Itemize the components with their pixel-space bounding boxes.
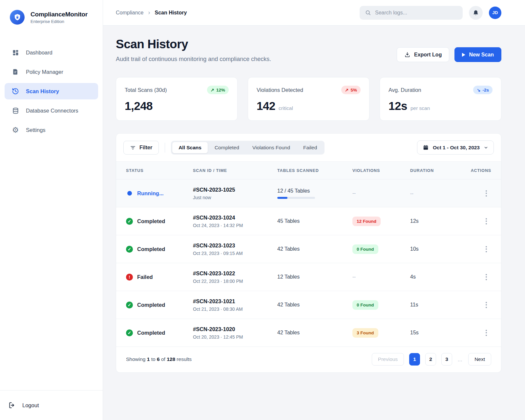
stats-row: Total Scans (30d) 12% 1,248 Violations bbox=[116, 77, 501, 121]
row-actions-kebab-button[interactable] bbox=[481, 327, 491, 338]
pagination-page-button[interactable]: 1 bbox=[409, 353, 420, 366]
tables-scanned-text: 42 Tables bbox=[277, 246, 352, 252]
row-actions-kebab-button[interactable] bbox=[481, 243, 491, 255]
scan-time: Oct 21, 2023 · 08:30 AM bbox=[193, 306, 277, 312]
export-log-button[interactable]: Export Log bbox=[397, 47, 449, 62]
filter-button[interactable]: Filter bbox=[123, 141, 159, 155]
filter-tab[interactable]: Completed bbox=[208, 142, 245, 153]
tables-scanned-cell: 12 Tables bbox=[277, 274, 352, 280]
brand-name: ComplianceMonitor bbox=[31, 11, 88, 18]
database-icon bbox=[11, 107, 19, 115]
logout-button[interactable]: Logout bbox=[9, 402, 94, 409]
new-scan-label: New Scan bbox=[469, 52, 494, 58]
export-log-label: Export Log bbox=[414, 52, 442, 58]
tables-scanned-cell: 12 / 45 Tables bbox=[277, 188, 352, 199]
filter-tab[interactable]: Violations Found bbox=[246, 142, 296, 153]
tables-scanned-text: 45 Tables bbox=[277, 218, 352, 224]
duration-cell: 11s bbox=[410, 302, 469, 308]
download-icon bbox=[404, 52, 410, 58]
stat-value: 12s bbox=[388, 99, 407, 113]
violations-badge: 0 Found bbox=[352, 244, 378, 254]
violations-cell: 12 Found bbox=[352, 217, 410, 226]
stat-label: Avg. Duration bbox=[388, 87, 421, 93]
sidebar-item-label: Settings bbox=[26, 127, 46, 133]
breadcrumb-parent[interactable]: Compliance bbox=[116, 10, 143, 16]
stat-suffix: critical bbox=[279, 105, 293, 111]
chevron-down-icon bbox=[484, 145, 488, 150]
stat-label: Total Scans (30d) bbox=[125, 87, 167, 93]
duration-cell: 10s bbox=[410, 246, 469, 252]
brand-edition: Enterprise Edition bbox=[31, 19, 88, 24]
scan-progress-fill bbox=[277, 197, 287, 199]
violations-cell: -- bbox=[352, 190, 410, 196]
scan-id-cell: #SCN-2023-1020 Oct 20, 2023 · 12:45 PM bbox=[193, 326, 277, 340]
trend-icon bbox=[477, 87, 480, 93]
search-box bbox=[360, 6, 463, 20]
pagination-next-button[interactable]: Next bbox=[468, 353, 491, 366]
scan-table-card: Filter All Scans Completed Violations Fo… bbox=[116, 133, 501, 373]
stat-card: Total Scans (30d) 12% 1,248 bbox=[116, 77, 238, 121]
pagination-ellipsis: … bbox=[457, 357, 463, 362]
search-input[interactable] bbox=[375, 10, 457, 16]
filter-tab[interactable]: All Scans bbox=[172, 142, 208, 153]
filter-label: Filter bbox=[139, 145, 152, 151]
sidebar-item-database-connectors[interactable]: Database Connectors bbox=[5, 102, 98, 119]
filter-tab[interactable]: Failed bbox=[297, 142, 323, 153]
calendar-icon bbox=[423, 144, 429, 151]
violations-cell: 3 Found bbox=[352, 328, 410, 338]
table-header-row: Status Scan ID / Time Tables Scanned Vio… bbox=[116, 161, 501, 179]
gear-icon: ⚙ bbox=[11, 126, 19, 134]
duration-cell: 12s bbox=[410, 218, 469, 224]
logout-icon bbox=[9, 402, 16, 409]
actions-cell bbox=[469, 216, 491, 227]
tables-scanned-text: 42 Tables bbox=[277, 302, 352, 308]
avatar[interactable]: JD bbox=[489, 7, 501, 19]
scan-id: #SCN-2023-1022 bbox=[193, 270, 277, 277]
actions-cell bbox=[469, 243, 491, 255]
shield-lock-logo-icon bbox=[10, 10, 25, 25]
sidebar-item-policy-manager[interactable]: Policy Manager bbox=[5, 64, 98, 80]
column-header-status: Status bbox=[126, 168, 193, 173]
scan-time: Oct 22, 2023 · 18:00 PM bbox=[193, 279, 277, 284]
notifications-button[interactable] bbox=[469, 6, 483, 20]
status-label: Failed bbox=[137, 274, 153, 280]
status-label: Completed bbox=[137, 246, 165, 252]
row-actions-kebab-button[interactable] bbox=[481, 216, 491, 227]
violations-badge: 12 Found bbox=[352, 217, 381, 226]
new-scan-button[interactable]: New Scan bbox=[454, 47, 501, 62]
table-row: Completed #SCN-2023-1021 Oct 21, 2023 · … bbox=[116, 291, 501, 319]
status-label: Completed bbox=[137, 302, 165, 308]
status-icon bbox=[126, 218, 133, 225]
date-range-picker[interactable]: Oct 1 - Oct 30, 2023 bbox=[417, 140, 494, 155]
dashboard-icon bbox=[11, 49, 19, 56]
violations-badge: -- bbox=[352, 274, 356, 280]
results-summary: Showing 1 to 6 of 128 results bbox=[126, 356, 192, 362]
sidebar-item-scan-history[interactable]: Scan History bbox=[5, 83, 98, 99]
actions-cell bbox=[469, 188, 491, 199]
row-actions-kebab-button[interactable] bbox=[481, 271, 491, 283]
filter-icon bbox=[130, 145, 136, 151]
stat-trend-badge: -2s bbox=[473, 86, 493, 94]
violations-cell: -- bbox=[352, 274, 410, 280]
topbar: Compliance › Scan History bbox=[103, 0, 525, 26]
sidebar-item-label: Policy Manager bbox=[26, 69, 63, 75]
pagination-previous-button[interactable]: Previous bbox=[372, 353, 404, 366]
violations-badge: -- bbox=[352, 190, 356, 196]
tables-scanned-cell: 42 Tables bbox=[277, 246, 352, 252]
scan-id: #SCN-2023-1025 bbox=[193, 187, 277, 193]
stat-value: 1,248 bbox=[125, 99, 153, 113]
duration-cell: -- bbox=[410, 191, 469, 196]
status-cell: Completed bbox=[126, 329, 193, 336]
row-actions-kebab-button[interactable] bbox=[481, 188, 491, 199]
row-actions-kebab-button[interactable] bbox=[481, 299, 491, 310]
tables-scanned-text: 12 / 45 Tables bbox=[277, 188, 352, 194]
sidebar-item-dashboard[interactable]: Dashboard bbox=[5, 44, 98, 61]
sidebar-item-settings[interactable]: ⚙ Settings bbox=[5, 122, 98, 138]
violations-badge: 0 Found bbox=[352, 300, 378, 310]
pagination-page-button[interactable]: 3 bbox=[441, 353, 452, 366]
sidebar-item-label: Dashboard bbox=[26, 50, 52, 56]
table-row: Completed #SCN-2023-1024 Oct 24, 2023 · … bbox=[116, 207, 501, 235]
stat-trend-badge: 5% bbox=[341, 86, 361, 94]
trend-icon bbox=[345, 87, 348, 93]
pagination-page-button[interactable]: 2 bbox=[425, 353, 436, 366]
